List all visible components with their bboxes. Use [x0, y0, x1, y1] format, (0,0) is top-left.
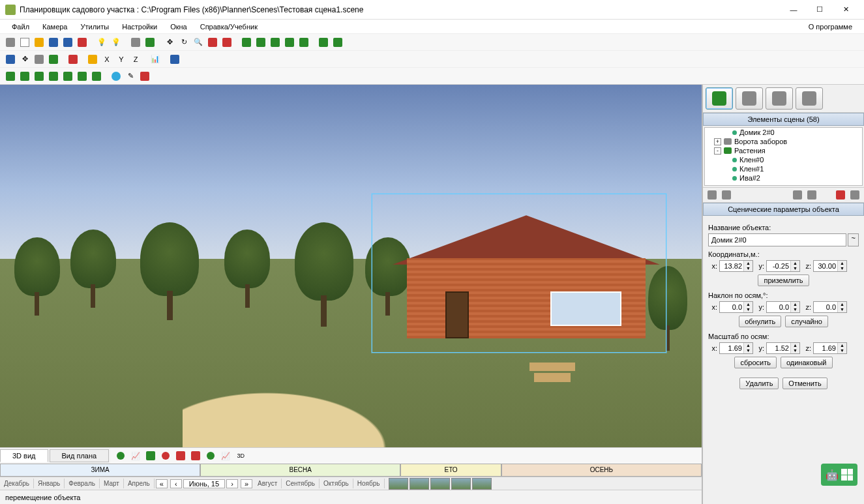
box1-icon[interactable] [144, 449, 157, 462]
scale-y-input[interactable] [767, 344, 790, 352]
ground-button[interactable]: приземлить [758, 274, 809, 286]
menu-camera[interactable]: Камера [36, 22, 74, 32]
mode-box-button[interactable] [796, 87, 823, 110]
tree-delete-icon[interactable] [834, 188, 847, 201]
terrain6-icon[interactable] [76, 70, 89, 83]
minimize-button[interactable]: — [781, 1, 807, 19]
reset-button[interactable]: сбросить [734, 357, 776, 368]
coord-z-input[interactable] [814, 262, 837, 270]
coord-y-input[interactable] [767, 262, 790, 270]
select-icon[interactable] [206, 36, 219, 49]
lineplot-icon[interactable]: 📈 [129, 449, 142, 462]
tree-btn1-icon[interactable] [706, 188, 719, 201]
bench-object[interactable] [529, 363, 575, 382]
month-apr[interactable]: Апрель [124, 479, 155, 488]
menu-utils[interactable]: Утилиты [74, 22, 116, 32]
group-icon[interactable] [47, 53, 60, 66]
tree-row[interactable]: Домик 2#0 [705, 128, 862, 137]
tree-row[interactable]: +Ворота заборов [705, 137, 862, 146]
menu-windows[interactable]: Окна [164, 22, 194, 32]
sky-thumb-2[interactable] [410, 478, 429, 490]
season-spring[interactable]: ВЕСНА [200, 464, 400, 477]
month-dec[interactable]: Декабрь [0, 479, 34, 488]
viewport-3d[interactable] [0, 85, 702, 447]
plant7-icon[interactable] [331, 36, 344, 49]
month-jan[interactable]: Январь [34, 479, 65, 488]
menu-help[interactable]: Справка/Учебник [194, 22, 264, 32]
zero-button[interactable]: обнулить [739, 316, 781, 327]
season-autumn[interactable]: ОСЕНЬ [501, 464, 702, 477]
lineplot2-icon[interactable]: 📈 [219, 449, 232, 462]
picker-icon[interactable]: ✎ [124, 70, 137, 83]
zoom-icon[interactable]: 🔍 [192, 36, 205, 49]
pan-icon[interactable]: ✥ [18, 53, 31, 66]
terrain4-icon[interactable] [47, 70, 60, 83]
grid-icon[interactable] [129, 36, 142, 49]
month-aug[interactable]: Август [254, 479, 282, 488]
move-icon[interactable]: ✥ [163, 36, 176, 49]
menu-file[interactable]: Файл [5, 22, 36, 32]
cut-icon[interactable] [67, 53, 80, 66]
close-button[interactable]: ✕ [833, 1, 859, 19]
chart-icon[interactable]: 📊 [149, 53, 162, 66]
scene-tree[interactable]: Домик 2#0 +Ворота заборов -Растения Клен… [704, 127, 863, 186]
season-winter[interactable]: ЗИМА [0, 464, 200, 477]
object-name-input[interactable] [708, 233, 846, 246]
circle2-icon[interactable] [159, 449, 172, 462]
tree-btn3-icon[interactable] [791, 188, 804, 201]
open-icon[interactable] [33, 36, 46, 49]
plant4-icon[interactable] [283, 36, 296, 49]
coord-x-input[interactable] [720, 262, 743, 270]
export-icon[interactable] [168, 53, 181, 66]
sky-thumb-1[interactable] [389, 478, 408, 490]
terrain3-icon[interactable] [33, 70, 46, 83]
tab-3d-view[interactable]: 3D вид [0, 449, 48, 462]
random-button[interactable]: случайно [785, 316, 828, 327]
month-fast-next[interactable]: » [241, 479, 252, 488]
tree-btn4-icon[interactable] [805, 188, 818, 201]
undo-icon[interactable] [86, 53, 99, 66]
month-prev[interactable]: ‹ [170, 479, 182, 488]
link-icon[interactable] [76, 36, 89, 49]
scale-z-input[interactable] [814, 344, 837, 352]
view-icon[interactable] [4, 53, 17, 66]
plant6-icon[interactable] [317, 36, 330, 49]
month-feb[interactable]: Февраль [65, 479, 100, 488]
circle1-icon[interactable] [114, 449, 127, 462]
tilt-y-input[interactable] [767, 303, 790, 311]
scale-x-input[interactable] [720, 344, 743, 352]
month-mar[interactable]: Март [100, 479, 124, 488]
name-dropdown-icon[interactable]: ~ [848, 233, 859, 246]
month-nov[interactable]: Ноябрь [353, 479, 385, 488]
mode-terrain-button[interactable] [706, 87, 733, 110]
save-as-icon[interactable] [61, 36, 74, 49]
cancel-button[interactable]: Отменить [782, 378, 827, 389]
month-sep[interactable]: Сентябрь [282, 479, 320, 488]
sky-thumb-3[interactable] [430, 478, 450, 490]
spin-down-icon[interactable]: ▼ [743, 266, 752, 271]
poly2-icon[interactable] [189, 449, 202, 462]
expand-icon[interactable]: + [714, 138, 721, 145]
maximize-button[interactable]: ☐ [807, 1, 833, 19]
month-oct[interactable]: Октябрь [320, 479, 353, 488]
tab-plan-view[interactable]: Вид плана [50, 449, 110, 462]
tree-row[interactable]: Клен#1 [705, 164, 862, 173]
save-icon[interactable] [47, 36, 60, 49]
x-icon[interactable] [138, 70, 151, 83]
menu-about[interactable]: О программе [802, 22, 859, 32]
house-object[interactable] [407, 215, 646, 338]
terrain2-icon[interactable] [18, 70, 31, 83]
circle3-icon[interactable] [204, 449, 217, 462]
delete-button[interactable]: Удалить [739, 378, 779, 389]
axis-z-button[interactable]: Z [129, 53, 142, 66]
axis-x-button[interactable]: X [100, 53, 113, 66]
tree-row[interactable]: Клен#0 [705, 155, 862, 164]
terrain7-icon[interactable] [90, 70, 103, 83]
water-icon[interactable] [110, 70, 123, 83]
tree-row[interactable]: -Растения [705, 146, 862, 155]
scroll-icon[interactable] [33, 53, 46, 66]
bulb2-icon[interactable]: 💡 [110, 36, 123, 49]
terrain1-icon[interactable] [4, 70, 17, 83]
sky-thumb-4[interactable] [451, 478, 471, 490]
current-date[interactable]: Июнь, 15 [183, 479, 225, 488]
